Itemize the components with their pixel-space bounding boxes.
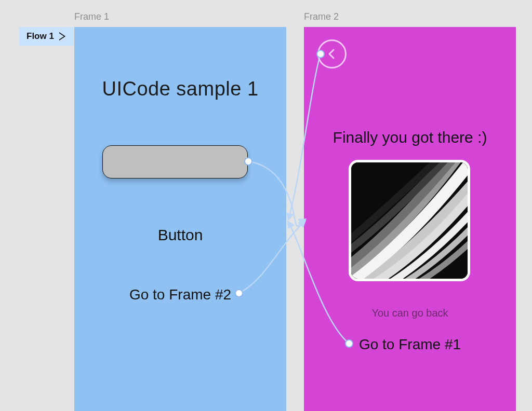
play-icon: [59, 32, 66, 40]
goto-frame-2-link[interactable]: Go to Frame #2: [74, 286, 286, 303]
goto-frame-1-link[interactable]: Go to Frame #1: [304, 336, 516, 353]
connection-node[interactable]: [235, 289, 243, 297]
frame-2[interactable]: Finally you got there :): [304, 27, 516, 411]
connection-node[interactable]: [244, 157, 252, 166]
button-label-text[interactable]: Button: [74, 226, 286, 244]
flow-start-badge[interactable]: Flow 1: [19, 27, 74, 46]
frame-2-label[interactable]: Frame 2: [304, 11, 339, 22]
flow-label: Flow 1: [26, 31, 54, 42]
design-canvas[interactable]: Frame 1 Frame 2 Flow 1 UICode sample 1 B…: [0, 0, 532, 411]
frame-1-label[interactable]: Frame 1: [74, 11, 109, 22]
sample-button[interactable]: [102, 145, 248, 179]
connection-node[interactable]: [316, 50, 325, 58]
connection-node[interactable]: [345, 339, 353, 348]
frame-2-title: Finally you got there :): [304, 129, 516, 146]
frame-1-title: UICode sample 1: [74, 78, 286, 100]
frame-2-caption: You can go back: [304, 307, 516, 319]
frame-1[interactable]: UICode sample 1 Button Go to Frame #2: [74, 27, 286, 411]
decorative-image[interactable]: [349, 160, 470, 281]
chevron-left-icon: [326, 48, 338, 60]
